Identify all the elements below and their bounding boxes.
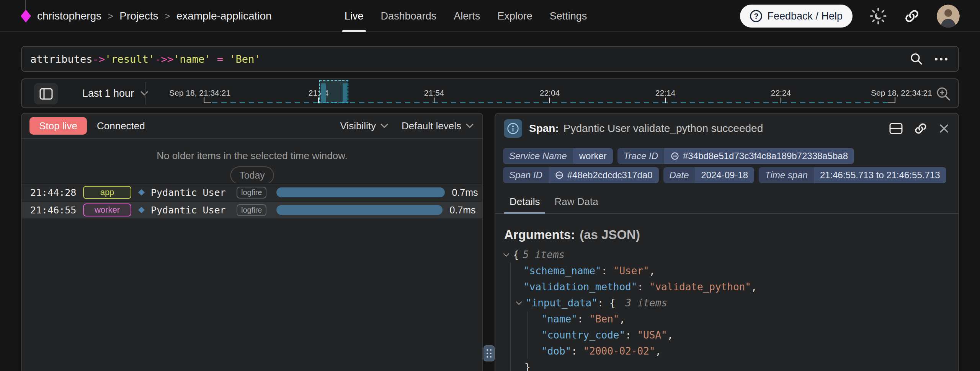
- sidebar-toggle-button[interactable]: [34, 83, 58, 104]
- json-key: "country_code": [541, 329, 625, 341]
- tick-label: 22:24: [766, 88, 796, 98]
- link-circle-icon: [555, 171, 564, 180]
- breadcrumb: christophergs > Projects > example-appli…: [21, 0, 272, 32]
- service-badge: app: [83, 186, 131, 199]
- tick-label: 22:14: [650, 88, 681, 98]
- json-brace: {: [513, 249, 519, 260]
- span-detail-panel: Span: Pydantic User validate_python succ…: [495, 113, 959, 371]
- indent-guide: [510, 263, 511, 371]
- json-root-line[interactable]: {5 items: [504, 247, 757, 263]
- panel-resize-handle[interactable]: [483, 345, 495, 361]
- json-close-line: }: [504, 359, 757, 371]
- info-icon: [504, 119, 522, 138]
- tab-explore[interactable]: Explore: [497, 0, 532, 32]
- tick-mark: [318, 98, 319, 103]
- json-key: "schema_name": [523, 265, 601, 277]
- indent-guide: [527, 312, 528, 358]
- trace-id-badge[interactable]: Trace ID #34bd8e51d73c3f4c8a189b72338a5b…: [617, 148, 854, 164]
- tab-dashboards[interactable]: Dashboards: [381, 0, 437, 32]
- collapse-chevron-icon[interactable]: [516, 299, 522, 305]
- json-item-count: 3 items: [625, 297, 667, 309]
- service-badge: worker: [83, 203, 131, 216]
- close-panel-button[interactable]: [938, 123, 950, 134]
- split-panel-icon: [889, 122, 903, 135]
- trace-row-selected[interactable]: 21:46:55 worker Pydantic User logfire 0.…: [22, 201, 482, 218]
- split-view-button[interactable]: [889, 122, 903, 135]
- json-comma: ,: [619, 313, 626, 325]
- breadcrumb-projects[interactable]: Projects: [119, 10, 158, 22]
- zoom-in-button[interactable]: [935, 85, 952, 103]
- copy-span-link-button[interactable]: [914, 122, 928, 135]
- trace-row[interactable]: 21:44:28 app Pydantic User logfire 0.7ms: [22, 183, 482, 201]
- axis-start-mark: [204, 97, 211, 103]
- span-diamond-icon: [138, 207, 145, 213]
- span-meta-badges-row2: Span ID #48eb2cdcdc317da0 Date 2024-09-1…: [503, 167, 946, 183]
- copy-link-button[interactable]: [904, 8, 920, 24]
- link-icon: [914, 122, 928, 135]
- json-key: "name": [541, 313, 577, 325]
- badge-label: Date: [663, 167, 695, 183]
- breadcrumb-org[interactable]: christophergs: [37, 10, 101, 22]
- collapse-chevron-icon[interactable]: [503, 251, 510, 257]
- empty-window-message: No older items in the selected time wind…: [22, 150, 482, 162]
- visibility-label: Visibility: [340, 120, 376, 132]
- query-attribute: attributes: [30, 53, 93, 65]
- badge-value: #48eb2cdcdc317da0: [567, 170, 653, 181]
- histogram-bar: [343, 83, 347, 103]
- duration-bar: [276, 205, 443, 215]
- logfire-app: christophergs > Projects > example-appli…: [0, 0, 980, 371]
- main-nav-tabs: Live Dashboards Alerts Explore Settings: [345, 0, 587, 32]
- more-options-button[interactable]: [935, 58, 947, 60]
- query-operator: ->>: [155, 53, 173, 65]
- tab-settings[interactable]: Settings: [550, 0, 587, 32]
- tick-mark: [434, 98, 434, 103]
- tab-alerts[interactable]: Alerts: [454, 0, 480, 32]
- span-diamond-icon: [138, 189, 145, 196]
- json-value: "validate_python": [649, 281, 751, 293]
- json-nested-line[interactable]: "input_data": { 3 items: [504, 295, 757, 311]
- tab-raw-data[interactable]: Raw Data: [549, 190, 603, 213]
- today-chip[interactable]: Today: [230, 166, 274, 184]
- user-avatar[interactable]: [937, 5, 960, 28]
- theme-toggle-button[interactable]: [869, 7, 887, 25]
- stop-live-button[interactable]: Stop live: [29, 117, 87, 135]
- chevron-down-icon: [466, 123, 474, 129]
- json-value: "2000-02-02": [583, 345, 655, 357]
- feedback-help-button[interactable]: ? Feedback / Help: [740, 5, 853, 28]
- connection-status: Connected: [97, 120, 145, 132]
- default-levels-dropdown[interactable]: Default levels: [402, 120, 474, 132]
- avatar-photo: [937, 5, 960, 28]
- query-bar[interactable]: attributes->'result'->>'name' = 'Ben': [21, 46, 959, 72]
- time-span-badge: Time span 21:46:55.713 to 21:46:55.713: [759, 167, 946, 183]
- live-panel-header: Stop live Connected Visibility Default l…: [22, 114, 482, 139]
- question-circle-icon: ?: [750, 10, 762, 22]
- json-brace: : {: [598, 297, 622, 309]
- live-view-panel: Stop live Connected Visibility Default l…: [21, 113, 483, 371]
- json-key: "input_data": [526, 297, 598, 309]
- top-navbar: christophergs > Projects > example-appli…: [0, 0, 980, 32]
- divider: [145, 82, 146, 104]
- json-key: "validation_method": [523, 281, 637, 293]
- breadcrumb-project-name[interactable]: example-application: [176, 10, 272, 22]
- detail-header: Span: Pydantic User validate_python succ…: [495, 114, 958, 143]
- search-icon: [910, 52, 923, 66]
- logfire-logo-icon[interactable]: [21, 10, 31, 23]
- visibility-dropdown[interactable]: Visibility: [340, 120, 388, 132]
- chevron-down-icon: [380, 123, 389, 129]
- tab-details[interactable]: Details: [504, 190, 545, 213]
- span-id-badge[interactable]: Span ID #48eb2cdcdc317da0: [503, 167, 659, 183]
- badge-label: Service Name: [503, 148, 573, 164]
- badge-value: worker: [573, 148, 613, 164]
- query-bar-actions: [910, 52, 947, 66]
- tab-live[interactable]: Live: [345, 0, 364, 32]
- link-icon: [904, 8, 920, 24]
- date-badge: Date 2024-09-18: [663, 167, 754, 183]
- badge-value: 2024-09-18: [695, 167, 754, 183]
- query-input[interactable]: attributes->'result'->>'name' = 'Ben': [30, 53, 261, 65]
- query-operator: =: [211, 53, 229, 65]
- run-search-button[interactable]: [910, 52, 923, 66]
- badge-value: #34bd8e51d73c3f4c8a189b72338a5ba8: [683, 151, 848, 161]
- time-selection-region[interactable]: [319, 80, 348, 103]
- time-range-selector[interactable]: Last 1 hour: [82, 79, 149, 107]
- json-separator: :: [577, 313, 589, 325]
